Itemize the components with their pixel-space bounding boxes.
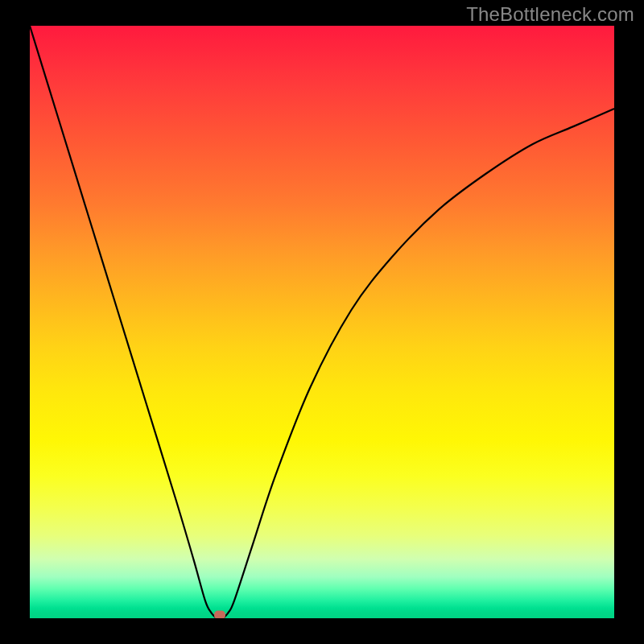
curve-svg: [30, 26, 614, 618]
bottleneck-curve-path: [30, 26, 614, 618]
optimal-point-marker: [214, 611, 225, 618]
plot-area: [30, 26, 614, 618]
chart-wrapper: TheBottleneck.com: [0, 0, 644, 644]
watermark-text: TheBottleneck.com: [466, 3, 634, 26]
